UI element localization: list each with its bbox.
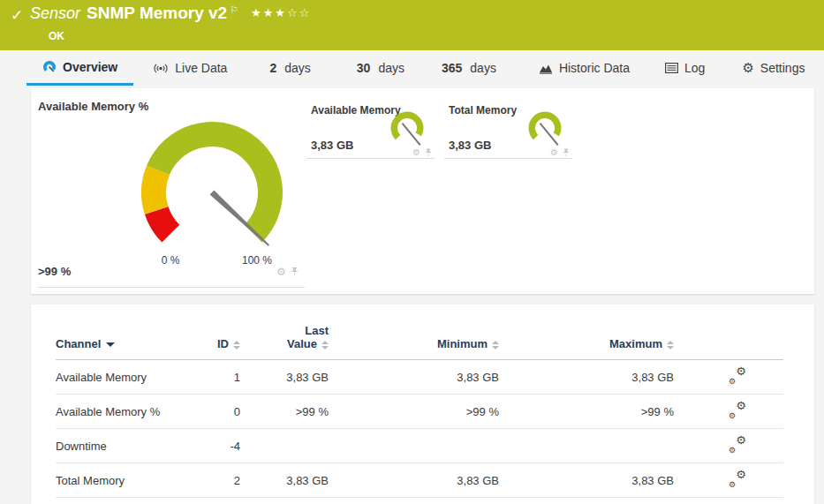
table-row: Available Memory 1 3,83 GB 3,83 GB 3,83 … [56, 360, 783, 395]
gauge-cell-actions: ⚙ [550, 147, 570, 157]
channel-name[interactable]: Available Memory [56, 360, 188, 395]
tab-label: Live Data [175, 61, 227, 75]
channel-settings-gears-icon[interactable]: ⚙⚙ [729, 471, 748, 486]
channel-settings-gears-icon[interactable]: ⚙⚙ [729, 402, 748, 417]
area-chart-icon [539, 63, 553, 74]
column-header-last-value[interactable]: Last Value [240, 306, 329, 360]
channel-minimum [329, 429, 499, 463]
log-icon [665, 63, 678, 73]
overview-gauges-panel: Available Memory % 0 % 100 % >99 % ⚙ Ava… [31, 88, 814, 294]
pin-icon[interactable] [291, 267, 299, 277]
sort-icon [233, 341, 240, 350]
tab-label: Settings [760, 61, 805, 75]
tab-30-days[interactable]: 30 days [346, 50, 415, 86]
gauge-cell-actions: ⚙ [412, 147, 432, 157]
channel-id: -4 [188, 429, 240, 463]
main-gauge [124, 104, 300, 254]
cell-divider [38, 287, 305, 288]
table-row: Downtime -4 ⚙⚙ [56, 429, 783, 463]
tab-historic-data[interactable]: Historic Data [528, 50, 640, 86]
gauge-icon [42, 60, 57, 74]
mini-gauge-title: Total Memory [449, 104, 517, 117]
channel-minimum: >99 % [329, 395, 499, 429]
column-header-maximum[interactable]: Maximum [499, 306, 674, 360]
sensor-tab-bar: Overview Live Data 2 days 30 days 365 da… [0, 50, 824, 86]
sort-icon [667, 341, 674, 350]
sensor-status-banner: ✓ SensorSNMP Memory v2⚐★★★☆☆ OK [0, 0, 824, 50]
flag-icon[interactable]: ⚐ [230, 4, 238, 16]
tab-number: 2 [269, 61, 276, 75]
tab-number: 365 [442, 61, 462, 75]
channel-table-header-row: Channel ID Last Value Minimum Maximum [56, 306, 783, 360]
channel-minimum: 3,83 GB [329, 360, 499, 395]
sensor-heading: SensorSNMP Memory v2⚐★★★☆☆ [30, 4, 311, 23]
column-header-minimum[interactable]: Minimum [329, 306, 499, 360]
check-icon: ✓ [11, 6, 23, 24]
channel-id: 2 [188, 463, 240, 498]
mini-gauge [524, 107, 566, 151]
table-row: Available Memory % 0 >99 % >99 % >99 % ⚙… [56, 395, 783, 429]
channel-name[interactable]: Total Memory [56, 463, 188, 498]
sort-icon [492, 341, 499, 350]
channel-table: Channel ID Last Value Minimum Maximum [56, 306, 783, 498]
channel-settings-gears-icon[interactable]: ⚙⚙ [729, 437, 748, 452]
gauge-min-label: 0 % [151, 254, 190, 267]
channel-settings-gears-icon[interactable]: ⚙⚙ [729, 368, 748, 383]
tab-label: Log [684, 61, 705, 75]
channel-id: 0 [188, 395, 240, 429]
mini-gauge-cell-total-memory: Total Memory 3,83 GB ⚙ [444, 97, 572, 159]
gear-icon: ⚙ [742, 60, 753, 76]
channel-last-value: 3,83 GB [240, 360, 329, 395]
channel-table-panel: Channel ID Last Value Minimum Maximum [31, 305, 814, 504]
pin-icon[interactable] [425, 148, 432, 157]
column-header-id[interactable]: ID [188, 306, 240, 360]
mini-gauge [386, 107, 428, 151]
column-label: Last [240, 324, 329, 337]
column-label: Minimum [437, 337, 488, 350]
gear-icon[interactable]: ⚙ [550, 147, 558, 157]
tab-overview[interactable]: Overview [26, 50, 133, 86]
tab-live-data[interactable]: Live Data [142, 50, 238, 86]
channel-minimum: 3,83 GB [329, 463, 499, 498]
channel-name[interactable]: Available Memory % [56, 395, 188, 429]
column-label: Value [287, 337, 317, 350]
tab-2-days[interactable]: 2 days [259, 50, 321, 86]
tab-label: days [284, 61, 311, 75]
gear-icon[interactable]: ⚙ [276, 266, 286, 278]
tab-settings[interactable]: ⚙ Settings [731, 50, 815, 86]
status-badge: OK [49, 30, 64, 42]
channel-last-value: >99 % [240, 395, 329, 429]
priority-star-rating[interactable]: ★★★☆☆ [251, 6, 311, 19]
channel-last-value: 3,83 GB [240, 463, 329, 498]
column-label: ID [217, 337, 229, 350]
sort-caret-down-icon [106, 342, 115, 347]
channel-last-value [240, 429, 329, 463]
gear-icon[interactable]: ⚙ [412, 147, 420, 157]
channel-maximum: 3,83 GB [499, 360, 674, 395]
channel-maximum [499, 429, 674, 463]
channel-id: 1 [188, 360, 240, 395]
column-label: Maximum [609, 337, 662, 350]
pin-icon[interactable] [563, 148, 570, 157]
sensor-kind-label: Sensor [30, 4, 80, 22]
broadcast-icon [153, 63, 169, 74]
table-row: Total Memory 2 3,83 GB 3,83 GB 3,83 GB ⚙… [56, 463, 783, 498]
gauge-max-label: 100 % [238, 254, 276, 267]
column-header-channel[interactable]: Channel [56, 306, 188, 360]
tab-label: days [470, 61, 496, 75]
column-header-actions [674, 306, 783, 360]
tab-label: days [378, 61, 404, 75]
column-label: Channel [56, 337, 101, 350]
mini-gauge-cell-available-memory: Available Memory 3,83 GB ⚙ [306, 97, 435, 159]
tab-365-days[interactable]: 365 days [431, 50, 507, 86]
gauge-cell-actions: ⚙ [276, 266, 299, 278]
mini-gauge-value: 3,83 GB [449, 139, 491, 152]
tab-label: Historic Data [559, 61, 630, 75]
sensor-title: SNMP Memory v2 [87, 4, 227, 22]
tab-label: Overview [63, 60, 117, 74]
channel-name[interactable]: Downtime [56, 429, 188, 463]
tab-number: 30 [357, 61, 371, 75]
mini-gauge-value: 3,83 GB [311, 139, 353, 152]
tab-log[interactable]: Log [654, 50, 715, 86]
channel-maximum: >99 % [499, 395, 674, 429]
